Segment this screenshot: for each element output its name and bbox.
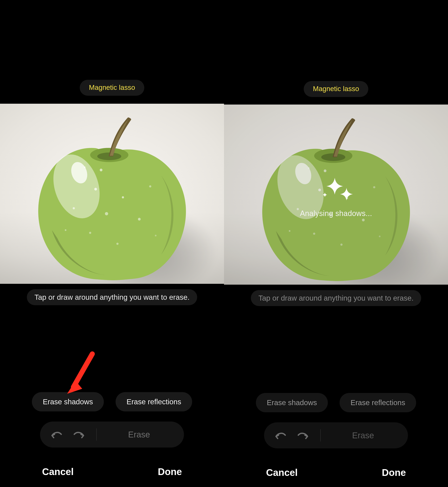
erase-reflections-label: Erase reflections [127,397,181,406]
erase-button-label: Erase [128,430,150,439]
erase-shadows-label: Erase shadows [43,397,93,406]
edit-toolbar: Erase [264,422,408,448]
undo-icon[interactable] [48,427,64,442]
erase-button[interactable]: Erase [97,430,172,439]
magnetic-lasso-chip[interactable]: Magnetic lasso [80,80,144,96]
magnetic-lasso-chip-label: Magnetic lasso [89,83,135,91]
undo-icon[interactable] [272,428,288,443]
photo-canvas[interactable]: Analysing shadows... [224,105,448,285]
cancel-label: Cancel [266,467,298,478]
edit-toolbar: Erase [40,421,184,447]
done-label: Done [158,466,182,477]
instruction-hint: Tap or draw around anything you want to … [251,290,421,306]
done-button[interactable]: Done [158,466,182,477]
magnetic-lasso-chip-label: Magnetic lasso [313,85,359,93]
erase-shadows-label: Erase shadows [267,398,317,407]
magnetic-lasso-chip[interactable]: Magnetic lasso [304,81,368,97]
done-button[interactable]: Done [382,467,406,478]
photo-canvas[interactable] [0,104,224,284]
panel-right: Magnetic lasso Analysing shadows... Tap … [224,0,448,487]
instruction-hint: Tap or draw around anything you want to … [27,289,197,305]
erase-reflections-button[interactable]: Erase reflections [340,393,416,412]
done-label: Done [382,467,406,478]
svg-marker-16 [67,381,82,394]
cancel-button[interactable]: Cancel [42,466,74,477]
analysing-status-text: Analysing shadows... [300,209,372,218]
erase-reflections-label: Erase reflections [351,398,405,407]
instruction-hint-text: Tap or draw around anything you want to … [258,294,413,302]
sparkle-icon [313,178,359,211]
redo-icon[interactable] [72,427,87,442]
analysing-status: Analysing shadows... [224,209,448,218]
cancel-label: Cancel [42,466,74,477]
erase-button-label: Erase [352,431,374,440]
cancel-button[interactable]: Cancel [266,467,298,478]
erase-reflections-button[interactable]: Erase reflections [116,392,192,412]
erase-button[interactable]: Erase [321,431,396,440]
redo-icon[interactable] [296,428,311,443]
erase-shadows-button[interactable]: Erase shadows [256,393,328,412]
instruction-hint-text: Tap or draw around anything you want to … [34,293,189,301]
annotation-arrow [63,351,99,397]
apple-photo [0,104,224,284]
panel-left: Magnetic lasso Tap or draw around anythi… [0,0,224,487]
